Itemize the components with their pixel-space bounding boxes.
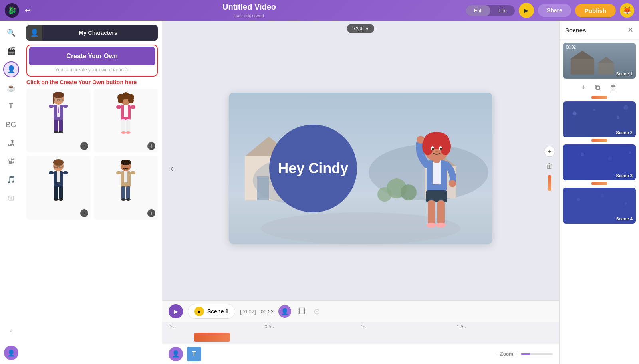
character-svg-4: [110, 159, 142, 211]
svg-point-101: [581, 153, 584, 156]
timeline-ruler: 0s 0.5s 1s 1.5s: [162, 322, 559, 331]
svg-point-49: [126, 198, 131, 201]
timeline-area: ▶ ▶ Scene 1 [00:02] 00:22 👤 🎞 ⊙ 0s 0.5s …: [162, 300, 559, 343]
svg-rect-13: [49, 105, 54, 108]
filmstrip-button[interactable]: 🎞: [296, 305, 307, 318]
char-info-badge[interactable]: i: [80, 142, 88, 150]
scenes-panel: Scenes ✕ 00: [559, 21, 639, 364]
character-figure: [110, 159, 142, 211]
scene-thumb[interactable]: Scene 2: [563, 101, 636, 137]
char-info-badge[interactable]: i: [147, 142, 155, 150]
scene-thumb-label: Scene 2: [616, 130, 633, 135]
svg-point-98: [617, 116, 620, 119]
main-layout: 🔍 🎬 👤 ☕ T BG 🏞 📽 🎵 ⊞ ↑ 👤 👤 My Characters…: [0, 21, 639, 364]
delete-element-button[interactable]: 🗑: [546, 162, 553, 170]
scene-thumb[interactable]: 00:02 Scene 1: [563, 43, 636, 79]
svg-point-84: [440, 138, 451, 155]
char-info-badge[interactable]: i: [80, 209, 88, 217]
svg-point-102: [608, 156, 612, 160]
scenes-header: Scenes ✕: [560, 21, 639, 40]
topbar: 🐉 ↩ Untitled Video Last edit saved Full …: [0, 0, 639, 21]
character-card[interactable]: i: [26, 156, 91, 220]
svg-rect-9: [54, 120, 58, 132]
camera-button[interactable]: ⊙: [312, 305, 322, 318]
character-svg-3: [42, 159, 74, 211]
add-element-button[interactable]: +: [544, 146, 555, 157]
scene-thumb-label: Scene 4: [616, 216, 633, 221]
zoom-slider-fill: [521, 353, 530, 355]
sidebar-item-text[interactable]: T: [3, 98, 19, 114]
svg-point-79: [436, 223, 446, 228]
timeline-track-1: [194, 333, 230, 342]
logo: 🐉: [5, 3, 19, 18]
sidebar-item-music[interactable]: 🎵: [3, 172, 19, 188]
svg-point-43: [121, 160, 131, 165]
canvas-side-controls: + 🗑: [544, 146, 555, 191]
sidebar-item-upload[interactable]: ↑: [3, 324, 19, 340]
scene-canvas: Hey Cindy: [229, 93, 492, 244]
scene-sep-bar: [591, 96, 607, 99]
scene-duration-indicator: [548, 175, 551, 191]
svg-rect-27: [116, 105, 121, 109]
bottom-text-block[interactable]: T: [187, 347, 201, 361]
publish-button[interactable]: Publish: [575, 4, 616, 17]
save-status: Last edit saved: [234, 13, 264, 18]
svg-point-97: [593, 108, 595, 111]
user-avatar[interactable]: 🦊: [620, 3, 634, 18]
user-profile-icon[interactable]: 👤: [4, 346, 18, 360]
add-scene-button[interactable]: +: [578, 82, 589, 93]
timeline-controls: ▶ ▶ Scene 1 [00:02] 00:22 👤 🎞 ⊙: [162, 301, 559, 322]
svg-rect-91: [571, 59, 594, 75]
svg-point-103: [629, 151, 631, 154]
svg-point-26: [126, 131, 131, 134]
svg-point-30: [53, 159, 64, 166]
timeline-play-button[interactable]: ▶: [169, 304, 183, 318]
mode-full-button[interactable]: Full: [466, 5, 490, 16]
character-svg-1: [42, 92, 74, 144]
sidebar-item-props[interactable]: ☕: [3, 80, 19, 96]
svg-rect-37: [59, 186, 63, 199]
sidebar-item-character[interactable]: 👤: [3, 61, 19, 77]
sidebar-item-scenes[interactable]: 🎬: [3, 43, 19, 59]
sidebar-item-search[interactable]: 🔍: [3, 25, 19, 41]
create-own-button[interactable]: Create Your Own: [29, 47, 155, 65]
scenes-close-button[interactable]: ✕: [627, 26, 633, 34]
sidebar-item-media[interactable]: 📽: [3, 153, 19, 169]
undo-button[interactable]: ↩: [23, 4, 32, 16]
svg-point-25: [121, 131, 126, 134]
character-card[interactable]: i: [26, 89, 91, 152]
zoom-dropdown-icon: ▾: [366, 26, 369, 32]
sidebar-item-image[interactable]: 🏞: [3, 135, 19, 151]
svg-point-99: [623, 105, 628, 110]
canvas-nav-left[interactable]: ‹: [170, 163, 173, 174]
zoom-slider-track[interactable]: [521, 353, 553, 355]
zoom-badge[interactable]: 73% ▾: [347, 24, 374, 33]
char-info-badge[interactable]: i: [147, 209, 155, 217]
scene-thumb[interactable]: Scene 4: [563, 188, 636, 224]
zoom-plus: +: [516, 351, 518, 357]
duplicate-scene-button[interactable]: ⧉: [592, 82, 603, 93]
ruler-1s: 1s: [361, 324, 457, 330]
share-button[interactable]: Share: [538, 4, 571, 17]
svg-rect-14: [63, 105, 68, 108]
delete-scene-button[interactable]: 🗑: [607, 82, 620, 93]
svg-point-39: [58, 198, 63, 201]
mode-lite-button[interactable]: Lite: [490, 5, 515, 16]
scene-play-control[interactable]: ▶ Scene 1: [188, 304, 235, 319]
svg-point-89: [435, 151, 438, 152]
scene-thumb[interactable]: Scene 3: [563, 144, 636, 180]
svg-point-105: [577, 198, 580, 201]
bottom-character-icon[interactable]: 👤: [169, 347, 183, 361]
video-title: Untitled Video: [36, 2, 462, 12]
svg-rect-35: [57, 171, 60, 182]
sidebar-item-layout[interactable]: ⊞: [3, 190, 19, 206]
svg-rect-22: [124, 105, 128, 117]
sidebar-item-background[interactable]: BG: [3, 117, 19, 133]
character-card[interactable]: i: [94, 89, 158, 152]
preview-play-button[interactable]: ▶: [519, 3, 534, 18]
svg-point-74: [449, 180, 456, 187]
character-figure: [42, 92, 74, 144]
svg-point-48: [121, 198, 126, 201]
character-card[interactable]: i: [94, 156, 158, 220]
character-grid: i: [26, 89, 158, 220]
